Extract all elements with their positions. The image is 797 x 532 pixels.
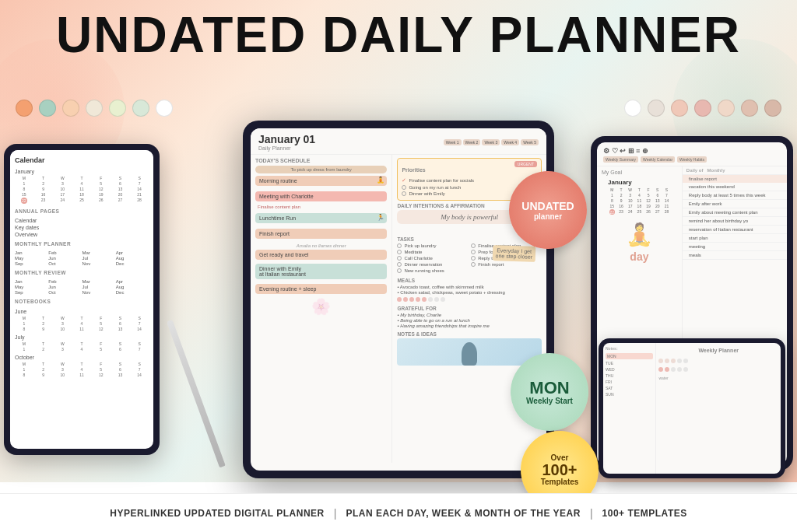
tc-task-3: Call Charlotte bbox=[397, 256, 468, 261]
tc-grateful-1: • My birthday, Charlie bbox=[397, 313, 542, 317]
tr-nav-weekly-summary[interactable]: Weekly Summary bbox=[603, 156, 638, 163]
tracker-d3 bbox=[409, 297, 414, 302]
tc-task-2: Meditate bbox=[397, 250, 468, 254]
tr-header: ⚙ ♡ ↩ ⊞ ≡ ⊕ Weekly Summary Weekly Calend… bbox=[597, 142, 787, 166]
tl-june-label: June bbox=[15, 309, 149, 314]
tl-june-grid: MTWTFSS 1234567 891011121314 bbox=[15, 316, 149, 331]
tbr-label-title: Notes: bbox=[606, 346, 653, 351]
tbr-label-sat: SAT bbox=[606, 386, 653, 390]
tablet-center: January 01 Daily Planner Week 1 Week 2 W… bbox=[243, 121, 554, 478]
tl-cal-jan: January MTWTFSS 1234567 891011121314 151… bbox=[10, 167, 153, 205]
tc-week1[interactable]: Week 1 bbox=[444, 139, 462, 145]
tbr-labels: Notes: MON TUE WED THU FRI SAT SUN bbox=[603, 343, 656, 474]
badge-undated-sub: planner bbox=[534, 212, 562, 221]
badge-undated-main: UNDATED bbox=[521, 200, 574, 212]
dot-1 bbox=[16, 100, 33, 117]
td10 bbox=[683, 367, 688, 372]
tr-nav-weekly-habits[interactable]: Weekly Habits bbox=[677, 156, 707, 163]
dot-r7 bbox=[764, 100, 781, 117]
tr-task-meeting: meeting bbox=[683, 243, 787, 251]
tc-reminder-chip: To pick up dress from laundry bbox=[255, 166, 387, 173]
tc-meals-area: Meals • Avocado toast, coffee with skimm… bbox=[397, 278, 542, 303]
tbr-label-fri: FRI bbox=[606, 380, 653, 384]
tc-schedule-run: Lunchtime Run 🏃 bbox=[255, 213, 387, 223]
tl-link-overview[interactable]: Overview bbox=[10, 231, 153, 238]
tr-mini-cal: January MTWTFSS 1234567 891011121314 151… bbox=[602, 177, 677, 217]
tc-grateful-3: • Having amazing friendships that inspir… bbox=[397, 324, 542, 328]
tc-week4[interactable]: Week 4 bbox=[501, 139, 519, 145]
check-icon-3 bbox=[402, 191, 406, 196]
tc-schedule-get-ready: Get ready and travel bbox=[255, 250, 387, 260]
tr-task-birthday: remind her about birthday yo bbox=[683, 217, 787, 226]
tr-task-report: finalise report bbox=[683, 175, 787, 183]
tl-cal-june: June MTWTFSS 1234567 891011121314 bbox=[10, 307, 153, 333]
tc-notes-area: Notes & Ideas bbox=[397, 331, 542, 366]
tr-task-emily2: Emily about meeting content plan bbox=[683, 208, 787, 217]
tc-date: January 01 bbox=[258, 133, 315, 145]
dot-2 bbox=[39, 100, 56, 117]
tl-link-keydates[interactable]: Key dates bbox=[10, 224, 153, 231]
badge-undated: UNDATED planner bbox=[509, 171, 587, 249]
color-dots-left bbox=[16, 100, 173, 117]
tbr-label-sun: SUN bbox=[606, 392, 653, 397]
tr-task-body: Reply body at least 5 times this week bbox=[683, 191, 787, 200]
td4 bbox=[677, 359, 682, 363]
tablet-left: Calendar January MTWTFSS 1234567 8910111… bbox=[4, 144, 160, 455]
floral-decoration: 🌸 bbox=[255, 297, 387, 316]
tc-week3[interactable]: Week 3 bbox=[482, 139, 500, 145]
tc-week5[interactable]: Week 5 bbox=[521, 139, 539, 145]
tr-nav-weekly-cal[interactable]: Weekly Calendar bbox=[641, 156, 675, 163]
person-silhouette bbox=[462, 342, 477, 366]
tc-grateful-2: • Being able to go on a run at lunch bbox=[397, 318, 542, 323]
tbr-trackers bbox=[658, 358, 778, 373]
separator-2: | bbox=[590, 507, 593, 520]
tbr-body: Notes: MON TUE WED THU FRI SAT SUN Weekl… bbox=[603, 343, 781, 474]
tl-oct-grid: MTWTFSS 1234567 891011121314 bbox=[15, 362, 149, 377]
yoga-figure-icon: 🧘 bbox=[602, 222, 677, 247]
tl-jan-label: January bbox=[15, 169, 149, 174]
tl-jan-grid: MTWTFSS 1234567 891011121314 15161718192… bbox=[15, 176, 149, 204]
tc-header-left: January 01 Daily Planner bbox=[258, 133, 315, 151]
tracker-d8 bbox=[441, 297, 445, 302]
dot-7 bbox=[156, 100, 173, 117]
tl-jul-label: July bbox=[15, 334, 149, 340]
td1 bbox=[658, 359, 663, 363]
badge-mon-sub: Weekly Start bbox=[526, 397, 573, 405]
tc-meal-1: • Avocado toast, coffee with skimmed mil… bbox=[397, 285, 542, 289]
tc-notes-title: Notes & Ideas bbox=[397, 331, 542, 337]
tl-jul-grid: MTWTFSS 1234567 bbox=[15, 341, 149, 352]
dot-r6 bbox=[741, 100, 758, 117]
tc-grateful-area: Grateful for • My birthday, Charlie • Be… bbox=[397, 306, 542, 328]
bottom-text-3: 100+ TEMPLATES bbox=[602, 508, 687, 519]
stylus bbox=[167, 320, 226, 468]
tl-link-calendar[interactable]: Calendar bbox=[10, 217, 153, 224]
tl-monthly-grid: JanFebMarApr MayJunJulAug SepOctNovDec bbox=[10, 250, 153, 267]
tc-notes-image bbox=[397, 338, 542, 366]
tc-schedule-morning: Morning routine 🧘 bbox=[255, 176, 387, 186]
tbr-label-thu: THU bbox=[606, 373, 653, 378]
tc-priority-1: ✓ Finalise content plan for socials bbox=[402, 177, 537, 184]
tr-cal-month: January bbox=[608, 179, 671, 186]
dot-3 bbox=[62, 100, 79, 117]
tbr-label-tue: TUE bbox=[606, 361, 653, 366]
tl-review-section: MONTHLY REVIEW bbox=[10, 267, 153, 278]
tc-task-1: Pick up laundry bbox=[397, 243, 468, 248]
dot-r1 bbox=[624, 100, 641, 117]
cb5 bbox=[397, 268, 402, 273]
tbr-label-wed: WED bbox=[606, 367, 653, 372]
tc-schedule-title: Today's Schedule bbox=[255, 158, 387, 163]
tc-schedule-report: Finish report bbox=[255, 229, 387, 239]
tl-cal-oct: October MTWTFSS 1234567 891011121314 bbox=[10, 353, 153, 379]
tc-task-r4: Finish report bbox=[471, 262, 542, 267]
cb8 bbox=[471, 256, 476, 261]
bottom-text-1: HYPERLINKED UPDATED DIGITAL PLANNER bbox=[110, 508, 325, 519]
tablet-left-screen: Calendar January MTWTFSS 1234567 8910111… bbox=[10, 150, 153, 449]
tc-urgent-badge: URGENT bbox=[514, 161, 537, 167]
tbr-tracker-row1 bbox=[658, 358, 778, 364]
tc-task-4: Dinner reservation bbox=[397, 262, 468, 267]
tr-task-vacation: vacation this weekend bbox=[683, 183, 787, 191]
tc-tasks-left: Pick up laundry Meditate Call Charlotte … bbox=[397, 243, 468, 275]
tc-week2[interactable]: Week 2 bbox=[463, 139, 481, 145]
check-icon-2 bbox=[402, 185, 406, 190]
tc-schedule-dinner: Dinner with Emilyat Italian restaurant bbox=[255, 264, 387, 279]
